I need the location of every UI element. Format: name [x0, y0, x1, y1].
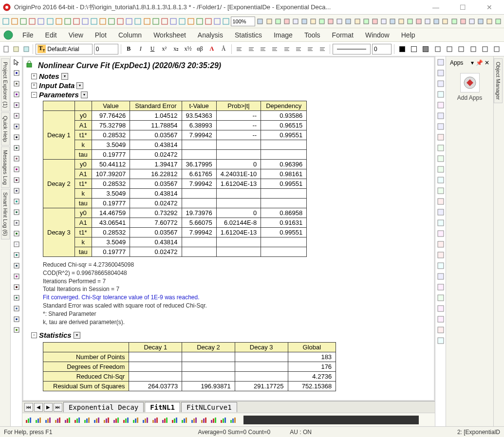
annotation-icon[interactable] [436, 100, 446, 110]
menu-edit[interactable]: Edit [39, 28, 63, 41]
align-btn-4[interactable] [281, 44, 292, 55]
toolbar-btn-13[interactable] [116, 17, 124, 26]
graph-tool-14[interactable] [161, 416, 169, 424]
graph-tool-8[interactable] [102, 416, 111, 424]
pca-icon[interactable] [436, 229, 446, 238]
align-btn-0[interactable] [234, 44, 244, 55]
menu-format[interactable]: Format [326, 28, 359, 41]
toolbar-btn-b21[interactable] [441, 17, 449, 26]
toolbar-btn-b8[interactable] [327, 17, 335, 26]
toolbar-btn-b15[interactable] [389, 17, 396, 26]
graph-tool-5[interactable] [73, 416, 82, 424]
toolbar-btn-b25[interactable] [477, 17, 485, 26]
measure-tool-icon[interactable] [12, 325, 21, 335]
toolbar-btn-2[interactable] [19, 17, 27, 26]
mask-icon[interactable] [436, 111, 446, 121]
toolbar-btn-b0[interactable] [256, 17, 264, 26]
toolbar-btn-b10[interactable] [344, 17, 352, 26]
subscript-button[interactable]: x₂ [171, 44, 181, 55]
origin-orb[interactable] [3, 30, 14, 40]
toolbar-btn-b2[interactable] [274, 17, 282, 26]
toolbar-btn-10[interactable] [90, 17, 98, 26]
toolbar-btn-20[interactable] [178, 17, 186, 26]
dock-tab-messages-log[interactable]: Messages Log [1, 146, 10, 188]
align-btn-3[interactable] [270, 44, 280, 55]
color-tool-icon[interactable] [12, 304, 21, 313]
lock-tool-icon[interactable] [12, 282, 21, 292]
toolbar-btn-12[interactable] [108, 17, 115, 26]
graph-tool-20[interactable] [219, 416, 228, 424]
expand-notes-icon[interactable]: + [31, 73, 37, 79]
clipboard2-icon[interactable] [22, 45, 30, 54]
graph-tool-10[interactable] [122, 416, 131, 424]
sheet-tab-exponential-decay[interactable]: Exponential Decay [63, 402, 144, 412]
toolbar-btn-b23[interactable] [459, 17, 467, 26]
style-btn-3[interactable] [468, 44, 478, 55]
menu-plot[interactable]: Plot [89, 28, 112, 41]
pointer-tool-icon[interactable] [12, 57, 21, 67]
zoom-field[interactable] [231, 17, 255, 26]
graph-tool-6[interactable] [83, 416, 92, 424]
toolbar-btn-b6[interactable] [309, 17, 317, 26]
menu-statistics[interactable]: Statistics [229, 28, 268, 41]
toolbar-btn-18[interactable] [161, 17, 168, 26]
batch-icon[interactable] [436, 282, 446, 292]
peak-icon[interactable] [436, 132, 446, 142]
mask-tool-icon[interactable] [12, 122, 21, 131]
graph-tool-15[interactable] [170, 416, 179, 424]
menu-window[interactable]: Window [359, 28, 395, 41]
data-cursor-icon[interactable] [12, 100, 21, 110]
toolbar-btn-1[interactable] [11, 17, 19, 26]
toolbar-btn-22[interactable] [196, 17, 204, 26]
toolbar-btn-b19[interactable] [424, 17, 431, 26]
sheet-scroll-next-icon[interactable]: ▶ [44, 403, 53, 412]
dock-tab-smart-hint[interactable]: Smart Hint Log (6) [1, 189, 10, 239]
zoom-tool-icon[interactable] [12, 68, 21, 78]
underline-button[interactable]: U [147, 44, 157, 55]
toolbar-btn-6[interactable] [55, 17, 63, 26]
menu-image[interactable]: Image [268, 28, 299, 41]
freehand-tool-icon[interactable] [12, 229, 21, 238]
style-btn-5[interactable] [492, 44, 502, 55]
curve-tool-icon[interactable] [12, 186, 21, 196]
draw-tool-icon[interactable] [12, 132, 21, 142]
align-btn-2[interactable] [258, 44, 268, 55]
toolbar-btn-b12[interactable] [362, 17, 370, 26]
maximize-button[interactable]: ☐ [455, 3, 470, 11]
collapse-stats-icon[interactable]: − [31, 332, 37, 338]
graph-tool-7[interactable] [93, 416, 101, 424]
bold-button[interactable]: B [124, 44, 134, 55]
help-icon[interactable] [436, 336, 446, 346]
style-btn-0[interactable] [432, 44, 443, 55]
minimize-button[interactable]: — [429, 3, 443, 11]
poly-tool-icon[interactable] [12, 218, 21, 228]
stats-icon[interactable] [436, 197, 446, 206]
image-icon[interactable] [436, 250, 446, 260]
toolbar-btn-15[interactable] [134, 17, 142, 26]
export-icon[interactable] [436, 261, 446, 271]
toolbar-btn-b27[interactable] [494, 17, 502, 26]
toolbar-btn-0[interactable] [2, 17, 10, 26]
stats-menu-icon[interactable]: ▾ [74, 332, 80, 339]
legend-icon[interactable] [436, 90, 446, 99]
italic-button[interactable]: I [135, 44, 146, 55]
anova-icon[interactable] [436, 207, 446, 217]
increase-icon[interactable]: Å [218, 44, 228, 55]
toolbar-btn-b3[interactable] [283, 17, 291, 26]
toolbar-btn-b16[interactable] [397, 17, 405, 26]
sheet-scroll-first-icon[interactable]: ⏮ [24, 403, 33, 412]
supsub-button[interactable]: x½ [183, 44, 193, 55]
toolbar-btn-b13[interactable] [371, 17, 379, 26]
sheet-tab-fitnlcurve1[interactable]: FitNLCurve1 [181, 402, 237, 412]
toolbar-btn-b11[interactable] [353, 17, 361, 26]
scale-tool-icon[interactable] [12, 293, 21, 303]
region-tool-icon[interactable] [12, 143, 21, 153]
label-tool-icon[interactable] [12, 314, 21, 324]
graph-tool-19[interactable] [209, 416, 218, 424]
style-btn-1[interactable] [444, 44, 454, 55]
text-tool-icon[interactable] [12, 154, 21, 164]
graph-tool-2[interactable] [44, 416, 53, 424]
line-color-btn[interactable] [409, 44, 419, 55]
gadget-icon[interactable] [436, 314, 446, 324]
rect-tool-icon[interactable] [12, 197, 21, 206]
